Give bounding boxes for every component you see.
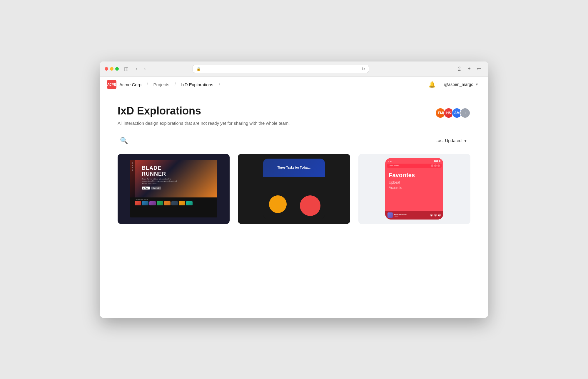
music-icon-1 <box>431 164 433 167</box>
streaming-play-btn: ▶ Play <box>142 187 150 190</box>
avatar-initials-1: FM <box>438 111 443 115</box>
music-signal-icon <box>434 160 436 162</box>
music-wifi-icon <box>436 160 438 162</box>
browser-actions: ⇫ + ▭ <box>455 64 483 73</box>
breadcrumb-current: IxD Explorations <box>181 82 213 87</box>
streaming-buttons: ▶ Play More Info <box>142 187 177 190</box>
streaming-description: Blade Runner initially achieved only a m… <box>142 178 177 185</box>
thumb-1 <box>135 201 141 205</box>
sidebar-dot-4 <box>132 169 133 171</box>
navbar-brand: ACME Acme Corp / Projects / IxD Explorat… <box>107 80 221 89</box>
browser-window: ◫ ‹ › 🔒 cloud.protopie.io ↻ ⇫ + ▭ ACME A… <box>100 61 488 318</box>
app-content: ACME Acme Corp / Projects / IxD Explorat… <box>100 77 488 318</box>
music-icon-2 <box>434 164 437 167</box>
music-now-thumb <box>387 212 393 218</box>
music-status-time: 9:41 <box>388 160 392 162</box>
avatar-initials-3: AM <box>454 111 460 115</box>
music-acoustic-label: Acoustic <box>389 186 440 190</box>
todo-header-text: Three Tasks for Today... <box>278 166 311 169</box>
music-add-station-text: + Add station <box>389 165 399 167</box>
trending-thumbnails <box>135 201 213 205</box>
music-now-playing: Apple Pie Dreams Harrison ◀ ▶ ▶▶ <box>385 211 443 220</box>
streaming-info-btn: More Info <box>151 187 161 190</box>
music-add-bar: + Add station <box>387 164 442 168</box>
notification-button[interactable]: 🔔 <box>427 80 437 89</box>
breadcrumb-projects-link[interactable]: Projects <box>153 82 169 87</box>
todo-circle-red <box>300 195 320 216</box>
streaming-screen: BLADERUNNER Blade Runner initially achie… <box>130 160 217 217</box>
thumb-5 <box>164 201 171 205</box>
browser-chrome: ◫ ‹ › 🔒 cloud.protopie.io ↻ ⇫ + ▭ <box>100 61 488 77</box>
page-header: IxD Explorations All interaction design … <box>118 105 470 126</box>
thumb-4 <box>157 201 163 205</box>
music-battery-icon <box>439 160 440 162</box>
sort-control[interactable]: Last Updated ▼ <box>432 136 470 145</box>
card-music[interactable]: 9:41 + Add station <box>358 154 470 224</box>
thumb-8 <box>186 201 193 205</box>
todo-header-bar: Three Tasks for Today... <box>263 159 325 177</box>
trending-label: Trending Now <box>135 199 213 200</box>
thumb-2 <box>142 201 148 205</box>
music-phone-header: 9:41 <box>385 158 443 162</box>
streaming-hero-text: BLADERUNNER Blade Runner initially achie… <box>135 165 177 190</box>
music-add-icons <box>431 164 440 167</box>
search-icon: 🔍 <box>120 137 128 144</box>
todo-phone: Three Tasks for Today... <box>263 159 325 219</box>
address-bar[interactable]: 🔒 cloud.protopie.io ↻ <box>193 65 369 73</box>
navbar: ACME Acme Corp / Projects / IxD Explorat… <box>100 77 488 93</box>
sidebar-dot-1 <box>132 162 133 164</box>
page-title: IxD Explorations <box>118 105 470 117</box>
breadcrumb-separator-1: / <box>147 82 148 87</box>
card-todo[interactable]: Three Tasks for Today... HS <box>238 154 350 224</box>
share-button[interactable]: ⇫ <box>455 64 463 73</box>
card-preview-music: 9:41 + Add station <box>358 154 470 224</box>
music-prev-button[interactable]: ◀ <box>430 214 433 217</box>
streaming-title: BLADERUNNER <box>142 165 177 177</box>
refresh-icon[interactable]: ↻ <box>362 67 365 71</box>
breadcrumb-menu-icon[interactable]: ⋮ <box>218 82 221 87</box>
sidebar-toggle-button[interactable]: ◫ <box>122 65 130 73</box>
music-icon-3 <box>437 164 440 167</box>
music-upbeat-label: Upbeat <box>389 180 440 184</box>
music-favorites-label: Favorites <box>389 172 440 179</box>
maximize-traffic-light[interactable] <box>115 67 119 71</box>
music-now-info: Apple Pie Dreams Harrison <box>394 214 429 217</box>
thumb-3 <box>149 201 156 205</box>
traffic-lights <box>105 67 119 71</box>
close-traffic-light[interactable] <box>105 67 108 71</box>
music-controls: ◀ ▶ ▶▶ <box>430 214 441 217</box>
user-handle: @aspen_margo <box>444 82 473 87</box>
page-description: All interaction design explorations that… <box>118 121 309 126</box>
member-avatars: FM HS AM + <box>435 108 470 118</box>
user-menu[interactable]: @aspen_margo ▼ <box>442 81 481 88</box>
url-input[interactable]: cloud.protopie.io <box>203 67 359 71</box>
minimize-traffic-light[interactable] <box>110 67 113 71</box>
trending-strip: Trending Now <box>130 197 217 217</box>
sort-label: Last Updated <box>435 138 462 143</box>
music-now-artist: Harrison <box>394 215 429 217</box>
search-button[interactable]: 🔍 <box>118 136 130 146</box>
new-tab-button[interactable]: + <box>466 64 472 73</box>
music-phone: 9:41 + Add station <box>385 158 443 220</box>
card-tv-streaming[interactable]: BLADERUNNER Blade Runner initially achie… <box>118 154 230 224</box>
brand-logo[interactable]: ACME <box>107 80 116 89</box>
cards-grid: BLADERUNNER Blade Runner initially achie… <box>118 154 470 224</box>
sidebar-dot-3 <box>132 167 133 168</box>
brand-logo-text: ACME <box>107 83 116 86</box>
navbar-right: 🔔 @aspen_margo ▼ <box>427 80 481 89</box>
avatar-member-4[interactable]: + <box>460 108 470 118</box>
card-preview-todo: Three Tasks for Today... <box>238 154 350 224</box>
music-next-button[interactable]: ▶▶ <box>438 214 441 217</box>
thumb-6 <box>171 201 178 205</box>
streaming-bg: BLADERUNNER Blade Runner initially achie… <box>130 160 217 197</box>
music-content: Favorites Upbeat Acoustic <box>385 169 443 194</box>
main-content: IxD Explorations All interaction design … <box>100 93 488 236</box>
breadcrumb-separator-2: / <box>175 82 176 87</box>
brand-name[interactable]: Acme Corp <box>119 82 141 87</box>
tabs-button[interactable]: ▭ <box>475 64 483 73</box>
back-button[interactable]: ‹ <box>134 65 139 73</box>
sort-chevron-icon: ▼ <box>463 138 467 143</box>
forward-button[interactable]: › <box>142 65 147 73</box>
sidebar-dot-2 <box>132 165 133 166</box>
music-play-button[interactable]: ▶ <box>434 214 437 217</box>
